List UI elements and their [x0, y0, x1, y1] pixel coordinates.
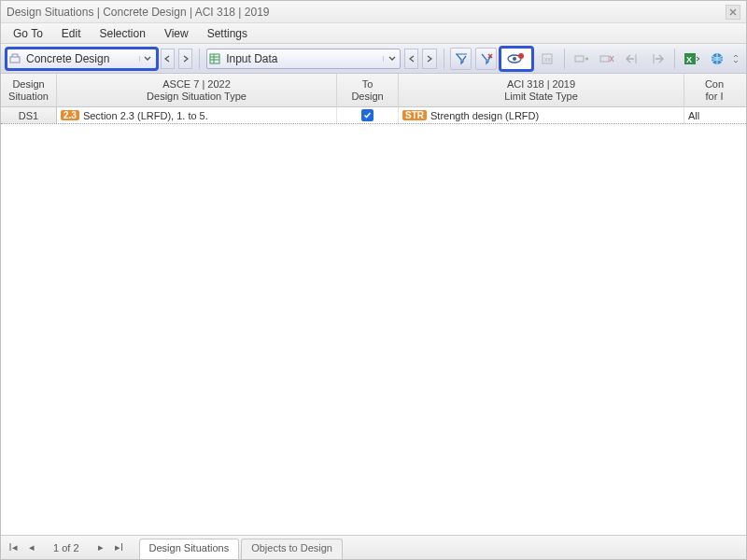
titlebar: Design Situations | Concrete Design | AC…: [1, 1, 746, 23]
svg-rect-8: [600, 56, 609, 62]
filter-button[interactable]: [450, 48, 472, 70]
col-asce-l2: Design Situation Type: [147, 91, 247, 103]
row-id: DS1: [1, 107, 57, 123]
page-last-button[interactable]: ▸I: [113, 541, 126, 553]
cell-to-design[interactable]: [337, 107, 399, 123]
limit-badge: STR: [402, 110, 427, 120]
toolbar-overflow[interactable]: [732, 49, 740, 69]
web-button[interactable]: [707, 48, 728, 70]
col-extra-l1: Con: [705, 78, 724, 91]
cell-situation-type[interactable]: 2.3 Section 2.3 (LRFD), 1. to 5.: [57, 107, 337, 123]
insert-row-button[interactable]: [571, 48, 593, 70]
chevron-down-icon: [139, 56, 156, 62]
menu-selection[interactable]: Selection: [97, 25, 148, 42]
clear-button[interactable]: xx: [536, 48, 557, 70]
menu-edit[interactable]: Edit: [59, 25, 84, 42]
menu-view[interactable]: View: [162, 25, 191, 42]
svg-text:xx: xx: [544, 56, 552, 63]
type-badge: 2.3: [61, 110, 79, 120]
module-combo[interactable]: Concrete Design: [7, 49, 157, 69]
footer-tabs: Design Situations Objects to Design: [139, 539, 345, 559]
svg-point-3: [513, 57, 516, 61]
col-to-design-l2: Design: [351, 91, 383, 103]
col-aci-l1: ACI 318 | 2019: [507, 78, 575, 91]
svg-rect-7: [575, 56, 584, 62]
data-next-button[interactable]: [422, 49, 436, 69]
svg-rect-1: [210, 54, 219, 63]
col-extra-l2: for I: [706, 91, 724, 103]
tab-objects-to-design[interactable]: Objects to Design: [241, 539, 343, 559]
page-first-button[interactable]: I◂: [7, 541, 20, 553]
data-prev-button[interactable]: [404, 49, 418, 69]
view-hidden-button[interactable]: [500, 48, 532, 70]
module-prev-button[interactable]: [161, 49, 175, 69]
svg-point-4: [518, 53, 524, 59]
page-prev-button[interactable]: ◂: [25, 541, 38, 553]
window-close-button[interactable]: [726, 5, 740, 20]
module-next-button[interactable]: [178, 49, 192, 69]
filter-remove-button[interactable]: [475, 48, 497, 70]
chevron-down-icon: [383, 56, 400, 62]
table-icon: [207, 53, 222, 64]
footer-bar: I◂ ◂ 1 of 2 ▸ ▸I Design Situations Objec…: [1, 535, 746, 559]
grid-header: DesignSituation ASCE 7 | 2022Design Situ…: [1, 74, 746, 107]
col-to-design-l1: To: [362, 78, 374, 91]
cell-extra[interactable]: All: [684, 107, 744, 123]
export-excel-button[interactable]: X: [682, 48, 703, 70]
grid-body: DS1 2.3 Section 2.3 (LRFD), 1. to 5. STR…: [1, 107, 746, 124]
col-aci-l2: Limit State Type: [504, 91, 578, 103]
shift-right-button[interactable]: [646, 48, 668, 70]
tab-design-situations[interactable]: Design Situations: [139, 539, 240, 559]
svg-rect-0: [10, 57, 20, 63]
delete-row-button[interactable]: [597, 48, 618, 70]
page-next-button[interactable]: ▸: [94, 541, 107, 553]
svg-text:X: X: [686, 55, 692, 64]
toolbar: Concrete Design Input Data: [1, 44, 746, 74]
cell-limit-state[interactable]: STR Strength design (LRFD): [399, 107, 684, 123]
shift-left-button[interactable]: [621, 48, 642, 70]
menu-settings[interactable]: Settings: [204, 25, 250, 42]
table-row[interactable]: DS1 2.3 Section 2.3 (LRFD), 1. to 5. STR…: [1, 107, 746, 124]
data-combo[interactable]: Input Data: [206, 49, 401, 69]
module-icon: [7, 53, 22, 64]
data-grid: DesignSituation ASCE 7 | 2022Design Situ…: [1, 74, 746, 535]
limit-text: Strength design (LRFD): [430, 110, 539, 121]
module-combo-text: Concrete Design: [22, 52, 139, 65]
app-window: Design Situations | Concrete Design | AC…: [0, 0, 747, 560]
menubar: Go To Edit Selection View Settings: [1, 23, 746, 44]
window-title: Design Situations | Concrete Design | AC…: [7, 6, 270, 19]
data-combo-text: Input Data: [222, 52, 383, 65]
type-text: Section 2.3 (LRFD), 1. to 5.: [83, 110, 208, 121]
menu-goto[interactable]: Go To: [10, 25, 46, 42]
col-design-situation-l1: Design: [12, 78, 44, 91]
checkbox-checked-icon[interactable]: [361, 109, 374, 121]
col-asce-l1: ASCE 7 | 2022: [162, 78, 231, 91]
col-design-situation-l2: Situation: [8, 91, 49, 103]
page-indicator: 1 of 2: [53, 542, 79, 553]
